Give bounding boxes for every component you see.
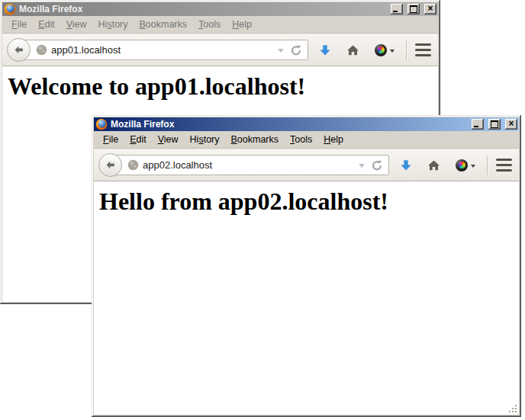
- menu-key: B: [140, 19, 146, 30]
- maximize-button[interactable]: [407, 4, 420, 14]
- url-dropdown-icon[interactable]: [278, 49, 284, 53]
- hamburger-icon: [415, 54, 431, 57]
- menubar: File Edit View History Bookmarks Tools H…: [94, 131, 519, 149]
- back-button[interactable]: [98, 153, 122, 177]
- hamburger-icon: [496, 169, 512, 172]
- color-wheel-icon: [456, 159, 468, 172]
- back-icon: [13, 44, 24, 56]
- menu-item-file[interactable]: File: [97, 133, 124, 147]
- menu-key: V: [158, 134, 164, 145]
- menu-key: B: [231, 134, 237, 145]
- caret-down-icon: [471, 165, 475, 168]
- window-title: Mozilla Firefox: [111, 117, 467, 131]
- menu-key: E: [130, 134, 136, 145]
- download-button[interactable]: [400, 159, 412, 172]
- color-wheel-icon: [375, 44, 387, 56]
- desktop: { "app": { "window_title": "Mozilla Fire…: [0, 0, 525, 420]
- navigation-toolbar: app01.localhost: [2, 34, 438, 66]
- menu-key: E: [38, 19, 44, 30]
- close-button[interactable]: ×: [424, 4, 436, 14]
- resize-grip-icon[interactable]: [507, 403, 518, 414]
- menu-item-help[interactable]: Help: [317, 133, 349, 147]
- url-text: app02.localhost: [143, 159, 356, 171]
- maximize-icon: [410, 5, 417, 13]
- menu-key: F: [11, 19, 18, 30]
- menu-item-view[interactable]: View: [60, 18, 92, 32]
- maximize-button[interactable]: [488, 119, 501, 130]
- menu-item-edit[interactable]: Edit: [124, 133, 152, 147]
- home-button[interactable]: [427, 159, 440, 172]
- colorwheel-button[interactable]: [375, 44, 395, 56]
- download-button[interactable]: [319, 44, 331, 56]
- hamburger-icon: [496, 159, 512, 162]
- close-button[interactable]: ×: [505, 119, 517, 130]
- firefox-icon: [4, 3, 16, 15]
- back-button[interactable]: [7, 38, 31, 62]
- minimize-button[interactable]: [391, 4, 403, 14]
- firefox-icon: [95, 118, 108, 130]
- toolbar-separator: [487, 155, 488, 175]
- home-icon: [427, 159, 440, 172]
- close-icon: ×: [427, 5, 433, 12]
- back-icon: [105, 159, 116, 171]
- globe-icon: [36, 44, 47, 56]
- hamburger-icon: [415, 49, 431, 52]
- globe-icon: [127, 159, 139, 171]
- menu-item-bookmarks[interactable]: Bookmarks: [225, 133, 285, 147]
- reload-icon[interactable]: [290, 44, 302, 56]
- menu-item-help[interactable]: Help: [226, 18, 257, 32]
- menu-item-history[interactable]: History: [92, 18, 134, 32]
- page-heading: Hello from app02.localhost!: [99, 188, 519, 216]
- window-title: Mozilla Firefox: [19, 2, 386, 16]
- home-icon: [346, 44, 359, 56]
- minimize-icon: [474, 126, 478, 127]
- menu-item-history[interactable]: History: [184, 133, 225, 147]
- caret-down-icon: [390, 50, 395, 53]
- colorwheel-button[interactable]: [456, 159, 475, 172]
- url-dropdown-icon[interactable]: [359, 164, 365, 168]
- menu-key: H: [324, 134, 330, 145]
- menu-key: H: [232, 19, 239, 30]
- titlebar[interactable]: Mozilla Firefox ×: [2, 2, 438, 16]
- menu-item-view[interactable]: View: [152, 133, 184, 147]
- window-app02: Mozilla Firefox × File Edit View History…: [92, 115, 521, 417]
- minimize-icon: [393, 11, 398, 12]
- url-text: app01.localhost: [51, 44, 275, 56]
- titlebar[interactable]: Mozilla Firefox ×: [94, 117, 519, 131]
- menu-key: V: [66, 19, 72, 30]
- download-icon: [319, 44, 331, 56]
- download-icon: [400, 159, 412, 172]
- close-icon: ×: [508, 120, 514, 127]
- menu-item-tools[interactable]: Tools: [284, 133, 317, 147]
- url-bar[interactable]: app02.localhost: [111, 155, 389, 175]
- navigation-toolbar: app02.localhost: [94, 149, 519, 181]
- menu-item-edit[interactable]: Edit: [32, 18, 60, 32]
- maximize-icon: [491, 120, 498, 128]
- menu-item-tools[interactable]: Tools: [192, 18, 226, 32]
- reload-icon[interactable]: [371, 159, 383, 172]
- toolbar-separator: [406, 40, 407, 60]
- minimize-button[interactable]: [472, 119, 484, 130]
- hamburger-icon: [415, 43, 431, 46]
- hamburger-icon: [496, 164, 512, 167]
- menubar: File Edit View History Bookmarks Tools H…: [2, 16, 438, 34]
- home-button[interactable]: [346, 44, 359, 56]
- menu-button[interactable]: [414, 41, 432, 59]
- menu-item-file[interactable]: File: [5, 18, 32, 32]
- menu-button[interactable]: [495, 156, 513, 175]
- page-heading: Welcome to app01.localhost!: [8, 72, 438, 101]
- menu-key: F: [103, 134, 109, 145]
- menu-item-bookmarks[interactable]: Bookmarks: [134, 18, 193, 32]
- url-bar[interactable]: app01.localhost: [19, 40, 308, 60]
- page-content: Hello from app02.localhost!: [94, 181, 519, 415]
